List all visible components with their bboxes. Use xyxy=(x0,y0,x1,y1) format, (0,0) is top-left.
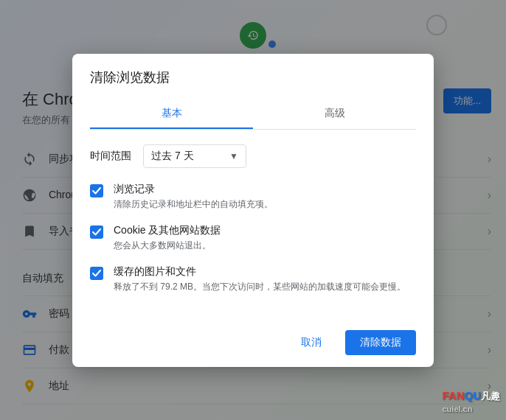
clear-data-button[interactable]: 清除数据 xyxy=(345,330,416,355)
tab-advanced[interactable]: 高级 xyxy=(253,98,416,129)
checkbox-cookies-desc: 您会从大多数网站退出。 xyxy=(114,239,416,252)
checkbox-cache-title: 缓存的图片和文件 xyxy=(114,265,416,279)
checkbox-cookies-input[interactable] xyxy=(90,225,103,239)
watermark: FANQU凡趣 cuiel.cn xyxy=(443,389,501,414)
time-range-value: 过去 7 天 xyxy=(151,150,194,163)
dialog-tabs: 基本 高级 xyxy=(90,98,416,130)
clear-browsing-data-dialog: 清除浏览数据 基本 高级 时间范围 过去 7 天 ▼ xyxy=(72,54,434,367)
checkbox-cookies: Cookie 及其他网站数据 您会从大多数网站退出。 xyxy=(90,224,416,252)
checkbox-browsing-history-input[interactable] xyxy=(90,184,103,197)
tab-basic[interactable]: 基本 xyxy=(90,98,253,129)
dialog-body: 时间范围 过去 7 天 ▼ 浏览记录 清除历史记录和地址栏中 xyxy=(72,130,434,321)
dialog-header: 清除浏览数据 基本 高级 xyxy=(72,54,434,130)
checkbox-cache-desc: 释放了不到 79.2 MB。当您下次访问时，某些网站的加载速度可能会更慢。 xyxy=(114,280,416,293)
checkbox-browsing-history-title: 浏览记录 xyxy=(114,183,416,196)
checkbox-browsing-history: 浏览记录 清除历史记录和地址栏中的自动填充项。 xyxy=(90,183,416,211)
cancel-button[interactable]: 取消 xyxy=(286,330,336,355)
modal-overlay: 清除浏览数据 基本 高级 时间范围 过去 7 天 ▼ xyxy=(0,0,506,420)
checkbox-cache: 缓存的图片和文件 释放了不到 79.2 MB。当您下次访问时，某些网站的加载速度… xyxy=(90,265,416,293)
time-range-row: 时间范围 过去 7 天 ▼ xyxy=(90,144,416,168)
time-range-select[interactable]: 过去 7 天 ▼ xyxy=(143,144,246,168)
checkbox-cookies-title: Cookie 及其他网站数据 xyxy=(114,224,416,237)
checkbox-cache-input[interactable] xyxy=(90,267,103,280)
dropdown-arrow-icon: ▼ xyxy=(229,151,238,161)
time-range-label: 时间范围 xyxy=(90,150,131,163)
dialog-footer: 取消 清除数据 xyxy=(72,321,434,367)
dialog-title: 清除浏览数据 xyxy=(90,69,416,86)
watermark-site: cuiel.cn xyxy=(443,405,473,413)
checkbox-browsing-history-desc: 清除历史记录和地址栏中的自动填充项。 xyxy=(114,197,416,211)
